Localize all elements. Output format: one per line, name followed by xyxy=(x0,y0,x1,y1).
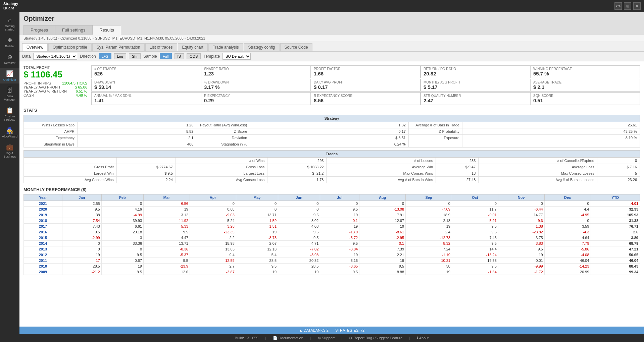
monthly-table-row: 2014033.3613.7115.982.074.719.5-0.1-8.32… xyxy=(24,241,640,246)
trades-header: Trades xyxy=(24,151,640,158)
sub-tab-strategy-config[interactable]: Strategy config xyxy=(244,43,279,51)
monthly-table-row: 2011-170.679.5-12.5928.520.323.1619-10.2… xyxy=(24,258,640,264)
builder-icon: ✚ xyxy=(7,37,12,44)
about-link[interactable]: ℹ About xyxy=(417,336,429,340)
ls-filter-btn[interactable]: L+S xyxy=(99,53,111,59)
monthly-table-row: 201028.519-23.92.79.528.5-8.659.5389.5-9… xyxy=(24,264,640,269)
monthly-table-row: 201938-4.993.12-9.0313.719.5197.9118.9-0… xyxy=(24,212,640,218)
metric-r-expectancy-score: R EXPECTANCY SCORE 8.56 xyxy=(311,92,420,105)
template-filter-select[interactable]: SQ Default xyxy=(222,53,251,60)
metrics-row-3: ANNUAL % / MAX DD % 1.41 R EXPECTANCY 0.… xyxy=(91,92,640,105)
main-layout: ⌂ Gettingstarted ✚ Builder ⊛ Retester 📈 … xyxy=(0,12,644,342)
close-btn[interactable]: ✕ xyxy=(633,2,641,10)
stats-row: Wins / Losses Ratio 1.26 Payout Ratio (A… xyxy=(24,122,640,128)
strategy-stats-table: Strategy Wins / Losses Ratio 1.26 Payout… xyxy=(23,115,640,148)
metric-avg-trade: AVERAGE TRADE $ 2.1 xyxy=(530,79,640,92)
data-filter-select[interactable]: Strategy 1.45.106(1) xyxy=(33,53,77,60)
trades-stats-table: Trades # of Wins 293 # of Losses 233 # o… xyxy=(23,150,640,183)
algowizard-icon: 🧙 xyxy=(6,127,13,134)
sub-tab-equity-chart[interactable]: Equity chart xyxy=(178,43,208,51)
template-filter-label: Template xyxy=(203,54,220,59)
sidebar-item-optimizer[interactable]: 📈 Optimizer xyxy=(0,68,19,83)
monthly-table: YearJanFebMarAprMayJunJulAugSepOctNovDec… xyxy=(23,194,640,275)
sidebar-item-sq4-business[interactable]: 💼 SQ 4 Business xyxy=(0,141,19,160)
info-icon: ℹ xyxy=(417,336,418,340)
sub-tab-optimization-profile[interactable]: Optimization profile xyxy=(48,43,92,51)
total-profit-value: $ 1106.45 xyxy=(23,69,87,80)
doc-icon: 📄 xyxy=(273,336,278,340)
stats-title: STATS xyxy=(23,108,640,113)
trades-row: Largest Win $ 9.5 Largest Loss $ -21.2 M… xyxy=(24,170,640,177)
sidebar-item-data-manager[interactable]: 🗄 DataManager xyxy=(0,85,19,103)
metrics-area: # OF TRADES 526 SHARPE RATIO 1.23 PROFIT… xyxy=(91,65,640,105)
support-icon: ⊕ xyxy=(318,336,321,340)
monthly-table-row: 2009-21.29.512.6-3.8719199.58.8819-1.84-… xyxy=(24,269,640,275)
optimizer-icon: 📈 xyxy=(6,70,13,77)
metric-r-expectancy: R EXPECTANCY 0.29 xyxy=(201,92,311,105)
monthly-header-row: YearJanFebMarAprMayJunJulAugSepOctNovDec… xyxy=(24,194,640,201)
sub-tab-overview[interactable]: Overview xyxy=(22,43,48,51)
full-filter-btn[interactable]: Full xyxy=(160,53,172,59)
sub-tab-source-code[interactable]: Source Code xyxy=(280,43,312,51)
data-manager-icon: 🗄 xyxy=(7,87,13,94)
main-tabs: Progress Full settings Results xyxy=(23,25,640,35)
lng-filter-btn[interactable]: Lng xyxy=(114,53,126,59)
sidebar-item-algowizard[interactable]: 🧙 AlgoWizard xyxy=(0,125,19,140)
sub-tab-list-of-trades[interactable]: List of trades xyxy=(145,43,177,51)
tab-progress[interactable]: Progress xyxy=(23,25,55,35)
sidebar-item-builder[interactable]: ✚ Builder xyxy=(0,35,19,50)
content-area: Optimizer Progress Full settings Results… xyxy=(19,12,644,342)
metric-pct-drawdown: % DRAWDOWN 3.17 % xyxy=(201,79,311,92)
status-bar: ▲ DATABANKS 2 STRATEGIES: 72 xyxy=(19,327,644,334)
metrics-row-2: DRAWDOWN $ 53.14 % DRAWDOWN 3.17 % DAILY… xyxy=(91,79,640,92)
monthly-table-row: 2015-2.9934.472.2-8.739.5-5.72-2.95-12.7… xyxy=(24,235,640,241)
trades-row: Avg Consec Wins 2.24 Avg Consec Loss 1.7… xyxy=(24,177,640,183)
monthly-table-row: 20212.550-6.56000000000-4.01 xyxy=(24,201,640,207)
metric-sharpe: SHARPE RATIO 1.23 xyxy=(201,65,311,78)
monthly-title: MONTHLY PERFORMANCE ($) xyxy=(23,187,640,192)
filter-bar: Data Strategy 1.45.106(1) Direction L+S … xyxy=(19,52,644,61)
data-filter-label: Data xyxy=(22,54,31,59)
sub-tab-sys-param-permutation[interactable]: Sys. Param Permutation xyxy=(92,43,145,51)
metric-monthly-avg: MONTHLY AVG PROFIT $ 5.17 xyxy=(420,79,530,92)
tab-full-settings[interactable]: Full settings xyxy=(55,25,92,35)
stats-row: Stagnation in Days 406 Stagnation in % 6… xyxy=(24,141,640,148)
metric-daily-avg: DAILY AVG PROFIT $ 0.17 xyxy=(311,79,420,92)
monthly-table-body: 20212.550-6.56000000000-4.0120209.54.161… xyxy=(24,201,640,275)
report-bug-link[interactable]: ⚙ Report Bug / Suggest Feature xyxy=(349,336,402,340)
home-icon: ⌂ xyxy=(8,17,12,24)
topbar-controls: </> ⊞ ✕ xyxy=(614,2,641,10)
sidebar-item-getting-started[interactable]: ⌂ Gettingstarted xyxy=(0,15,19,33)
bug-icon: ⚙ xyxy=(349,336,352,340)
topbar: StrategyQuant </> ⊞ ✕ xyxy=(0,0,644,12)
metric-profit-factor: PROFIT FACTOR 1.66 xyxy=(311,65,420,78)
profit-details: PROFIT IN PIPS11064.5 TICKS YEARLY AVG P… xyxy=(23,81,87,97)
sidebar-item-custom-projects[interactable]: 📋 CustomProjects xyxy=(0,105,19,123)
monthly-section: MONTHLY PERFORMANCE ($) YearJanFebMarApr… xyxy=(23,187,640,275)
page-header: Optimizer Progress Full settings Results xyxy=(19,12,644,35)
sub-tab-trade-analysis[interactable]: Trade analysis xyxy=(208,43,243,51)
up-arrow-icon: ▲ xyxy=(299,328,303,332)
direction-filter-label: Direction xyxy=(80,54,96,59)
is-filter-btn[interactable]: IS xyxy=(175,53,184,59)
support-link[interactable]: ⊕ Support xyxy=(318,336,335,340)
metric-sqn-score: SQN SCORE 0.51 xyxy=(530,92,640,105)
stats-section: STATS Strategy Wins / Losses Ratio 1.26 … xyxy=(23,108,640,183)
monthly-table-row: 20177.436.61-5.33-3.28-1.514.081919199.5… xyxy=(24,224,640,229)
build-info: Build: 131.659 xyxy=(235,336,258,340)
monthly-table-row: 20169.520.189.5-23.35199.5-13.9-8.612.49… xyxy=(24,229,640,235)
sidebar-item-retester[interactable]: ⊛ Retester xyxy=(0,51,19,67)
documentation-link[interactable]: 📄 Documentation xyxy=(273,336,303,340)
code-view-btn[interactable]: </> xyxy=(614,2,622,10)
grid-view-btn[interactable]: ⊞ xyxy=(624,2,631,10)
tab-results[interactable]: Results xyxy=(92,25,121,35)
metric-drawdown: DRAWDOWN $ 53.14 xyxy=(91,79,201,92)
metric-winning-pct: WINNING PERCENTAGE 55.7 % xyxy=(530,65,640,78)
monthly-table-row: 201300-0.3613.6312.13-7.02-3.847.397.241… xyxy=(24,246,640,252)
oos-filter-btn[interactable]: OOS xyxy=(187,53,201,59)
footer: Build: 131.659 | 📄 Documentation | ⊕ Sup… xyxy=(19,334,644,342)
shr-filter-btn[interactable]: Shr xyxy=(129,53,141,59)
monthly-table-row: 2018-7.5439.93-11.925.24-1.598.02-0.112.… xyxy=(24,218,640,224)
metric-num-trades: # OF TRADES 526 xyxy=(91,65,201,78)
retester-icon: ⊛ xyxy=(7,53,12,61)
